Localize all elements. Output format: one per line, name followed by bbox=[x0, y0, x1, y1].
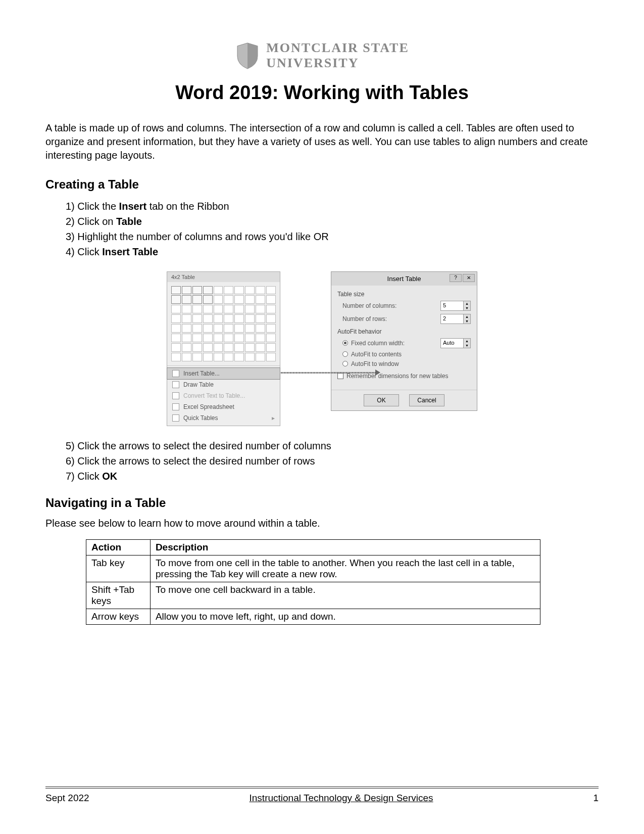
ok-button[interactable]: OK bbox=[364, 394, 399, 406]
logo-text-line2: UNIVERSITY bbox=[266, 56, 409, 71]
logo-area: MONTCLAIR STATE UNIVERSITY bbox=[45, 40, 599, 72]
footer-org: Instructional Technology & Design Servic… bbox=[250, 793, 433, 804]
spin-down-icon[interactable]: ▼ bbox=[463, 343, 470, 348]
autofit-label: AutoFit behavior bbox=[337, 328, 471, 335]
table-row: Arrow keys Allow you to move left, right… bbox=[86, 609, 540, 624]
menu-quick-tables[interactable]: Quick Tables▸ bbox=[167, 412, 280, 424]
dropdown-header: 4x2 Table bbox=[167, 272, 280, 282]
page-footer: Sept 2022 Instructional Technology & Des… bbox=[45, 786, 599, 804]
menu-draw-table[interactable]: Draw Table bbox=[167, 379, 280, 390]
spin-down-icon[interactable]: ▼ bbox=[463, 319, 470, 323]
table-row: Tab key To move from one cell in the tab… bbox=[86, 555, 540, 582]
radio-fixed-width[interactable] bbox=[342, 340, 348, 346]
footer-page-number: 1 bbox=[593, 793, 599, 804]
section-heading-navigating: Navigating in a Table bbox=[45, 496, 599, 510]
spin-down-icon[interactable]: ▼ bbox=[463, 306, 470, 310]
page-title: Word 2019: Working with Tables bbox=[45, 82, 599, 104]
radio-autofit-contents[interactable] bbox=[342, 351, 348, 357]
university-shield-icon bbox=[235, 42, 260, 70]
spin-up-icon[interactable]: ▲ bbox=[463, 301, 470, 306]
steps-list-1: 1) Click the Insert tab on the Ribbon 2)… bbox=[66, 199, 599, 259]
dialog-titlebar: Insert Table ? ✕ bbox=[331, 272, 477, 286]
help-button[interactable]: ? bbox=[450, 274, 462, 282]
header-action: Action bbox=[86, 539, 151, 555]
navigation-table: Action Description Tab key To move from … bbox=[86, 539, 540, 625]
table-icon bbox=[172, 370, 179, 377]
pencil-icon bbox=[172, 381, 179, 388]
table-dropdown-panel: 4x2 Table Insert Table... Draw Table Con… bbox=[167, 271, 280, 426]
spin-up-icon[interactable]: ▲ bbox=[463, 314, 470, 319]
steps-list-2: 5) Click the arrows to select the desire… bbox=[66, 439, 599, 483]
table-grid-selector[interactable] bbox=[167, 282, 280, 365]
insert-table-dialog: Insert Table ? ✕ Table size Number of co… bbox=[331, 271, 477, 411]
screenshot-figures: 4x2 Table Insert Table... Draw Table Con… bbox=[45, 271, 599, 426]
rows-spinner[interactable]: 2 ▲▼ bbox=[440, 314, 471, 324]
cancel-button[interactable]: Cancel bbox=[409, 394, 444, 406]
menu-insert-table[interactable]: Insert Table... bbox=[167, 368, 280, 379]
nav-intro: Please see below to learn how to move ar… bbox=[45, 518, 599, 529]
table-row: Shift +Tab keys To move one cell backwar… bbox=[86, 582, 540, 609]
menu-excel[interactable]: Excel Spreadsheet bbox=[167, 401, 280, 412]
spin-up-icon[interactable]: ▲ bbox=[463, 339, 470, 343]
columns-spinner[interactable]: 5 ▲▼ bbox=[440, 301, 471, 311]
convert-icon bbox=[172, 392, 179, 399]
excel-icon bbox=[172, 403, 179, 410]
footer-date: Sept 2022 bbox=[45, 793, 89, 804]
width-spinner[interactable]: Auto ▲▼ bbox=[440, 338, 471, 348]
close-button[interactable]: ✕ bbox=[463, 274, 475, 282]
table-header-row: Action Description bbox=[86, 539, 540, 555]
submenu-arrow-icon: ▸ bbox=[272, 414, 275, 422]
quick-tables-icon bbox=[172, 414, 179, 422]
logo-text-line1: MONTCLAIR STATE bbox=[266, 40, 409, 56]
header-description: Description bbox=[150, 539, 540, 555]
table-size-label: Table size bbox=[337, 291, 471, 298]
connector-arrow bbox=[281, 372, 377, 374]
menu-convert-text[interactable]: Convert Text to Table... bbox=[167, 390, 280, 401]
section-heading-creating: Creating a Table bbox=[45, 177, 599, 192]
remember-checkbox[interactable] bbox=[337, 373, 343, 379]
radio-autofit-window[interactable] bbox=[342, 361, 348, 366]
rows-label: Number of rows: bbox=[342, 315, 387, 322]
columns-label: Number of columns: bbox=[342, 302, 397, 309]
intro-paragraph: A table is made up of rows and columns. … bbox=[45, 121, 599, 162]
arrow-head-icon bbox=[375, 369, 380, 376]
